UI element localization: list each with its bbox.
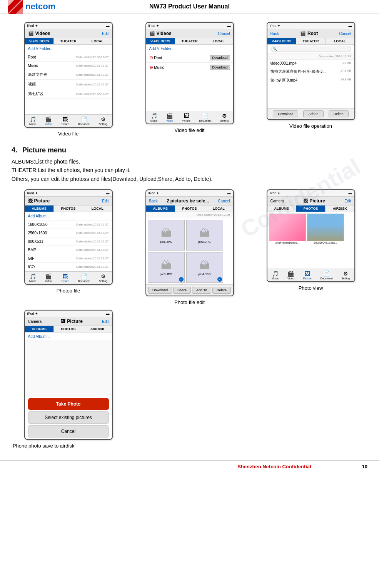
bottom-document-p3[interactable]: 📄Document xyxy=(320,271,332,280)
bottom-setting-p3[interactable]: ⚙Setting xyxy=(341,271,350,280)
video-op-phone: iPod ✦ ▬ Back 🎬 Root Cancel V-FOLDERS TH… xyxy=(267,22,355,120)
bottom-picture-2[interactable]: 🖼Picture xyxy=(182,113,190,122)
nav-edit-btn-p1[interactable]: Edit xyxy=(102,199,109,203)
bottom-document-2[interactable]: 📄Document xyxy=(199,113,211,122)
cancel-btn-cam[interactable]: Cancel xyxy=(28,425,109,438)
nav-cancel-btn-2[interactable]: Cancel xyxy=(218,32,230,36)
search-input-3[interactable] xyxy=(270,46,351,52)
bottom-toolbar-2: 🎵Music 🎬Video 🖼Picture 📄Document ⚙Settin… xyxy=(146,111,233,124)
bottom-picture-p3[interactable]: 🖼Picture xyxy=(303,271,312,280)
tab-albums-p3[interactable]: ALBUMS xyxy=(267,205,297,212)
bottom-video-1[interactable]: 🎬Video xyxy=(45,116,52,125)
bottom-video-2[interactable]: 🎬Video xyxy=(166,113,173,122)
phone-navbar-p2: Back 2 pictures be sele... Cancel xyxy=(146,197,233,205)
tab-vfolders-1[interactable]: V-FOLDERS xyxy=(25,38,54,44)
tab-theater-3[interactable]: THEATER xyxy=(296,38,326,44)
tab-airdisk-cam[interactable]: AIRDISK xyxy=(83,326,112,332)
bottom-music-2[interactable]: 🎵Music xyxy=(150,113,157,122)
tab-local-2[interactable]: LOCAL xyxy=(204,38,233,44)
tab-theater-2[interactable]: THEATER xyxy=(175,38,204,44)
phone-topbar-p2: iPod ✦ ▬ xyxy=(146,190,233,197)
delete-btn-op[interactable]: Delete xyxy=(329,110,349,117)
phone-navbar-p1: 🖼 Picture Edit xyxy=(25,197,112,205)
tab-vfolders-3[interactable]: V-FOLDERS xyxy=(267,38,297,44)
date-header-3: Date added:2012-12-29 xyxy=(267,53,354,60)
bottom-music-p1[interactable]: 🎵Music xyxy=(29,273,36,282)
back-btn-3[interactable]: Back xyxy=(270,32,279,36)
page-title: NW73 Product User Manual xyxy=(149,3,230,10)
add-folder-2[interactable]: Add V-Folder... xyxy=(146,45,233,53)
photo-view-item-1[interactable]: 27a4485381f58b5... xyxy=(269,214,306,244)
bottom-setting-p1[interactable]: ⚙Setting xyxy=(99,273,107,282)
tab-photos-p1[interactable]: PHOTOS xyxy=(54,205,83,212)
download-btn-music[interactable]: Download xyxy=(210,65,230,70)
download-btn-p2[interactable]: Download xyxy=(148,287,172,294)
addto-btn-op[interactable]: Add to xyxy=(303,110,323,117)
add-album-p1[interactable]: Add Album... xyxy=(25,212,112,220)
tab-local-p2[interactable]: LOCAL xyxy=(204,205,233,212)
share-btn-p2[interactable]: Share xyxy=(173,287,191,294)
select-existing-btn[interactable]: Select existing pictures xyxy=(28,411,109,424)
cancel-btn-p2[interactable]: Cancel xyxy=(218,199,230,203)
bottom-music-1[interactable]: 🎵Music xyxy=(29,116,36,125)
logo-area: netcom xyxy=(8,0,55,14)
tab-local-p1[interactable]: LOCAL xyxy=(83,205,112,212)
phone-topbar-p1: iPod ✦ ▬ xyxy=(25,190,112,197)
tab-local-3[interactable]: LOCAL xyxy=(326,38,354,44)
tab-photos-p3[interactable]: PHOTOS xyxy=(296,205,326,212)
nav-edit-btn-1[interactable]: Edit xyxy=(102,32,109,36)
phone-navbar-p3: Camera 🖼 Picture Edit xyxy=(267,197,354,205)
addto-btn-p2[interactable]: Add To xyxy=(192,287,211,294)
edit-btn-p3[interactable]: Edit xyxy=(344,199,351,203)
camera-btn-p3[interactable]: Camera xyxy=(270,199,284,203)
photo-flower[interactable] xyxy=(269,214,306,241)
tab-airdisk-p3[interactable]: AIRDISK xyxy=(326,205,354,212)
photo-thumb-4[interactable]: 🏔 pic4.JPG ✓ xyxy=(186,252,223,283)
tab-local-1[interactable]: LOCAL xyxy=(83,38,112,44)
date-header-p2: Date added::2012-12-29 xyxy=(146,212,233,218)
bottom-setting-1[interactable]: ⚙Setting xyxy=(99,116,107,125)
bottom-video-p1[interactable]: 🎬Video xyxy=(45,273,52,282)
nav-title-cam: 🖼 Picture xyxy=(61,319,83,324)
section-4-heading: 4. Picture menu xyxy=(12,146,367,154)
bottom-document-p1[interactable]: 📄Document xyxy=(78,273,90,282)
camera-phone: iPod ✦ ▬ Camera 🖼 Picture Edit ALBUMS PH… xyxy=(24,310,113,440)
tab-albums-cam[interactable]: ALBUMS xyxy=(25,326,54,332)
list-item: ICO Date added:2012-12-27 xyxy=(25,263,112,271)
bottom-video-p3[interactable]: 🎬Video xyxy=(287,271,294,280)
back-btn-p2[interactable]: Back xyxy=(149,199,158,203)
tab-vfolders-2[interactable]: V-FOLDERS xyxy=(146,38,175,44)
download-btn-op[interactable]: Download xyxy=(273,110,298,117)
add-album-cam[interactable]: Add Album... xyxy=(25,332,112,341)
camera-btn-cam[interactable]: Camera xyxy=(28,319,42,324)
phone-topbar-3: iPod ✦ ▬ xyxy=(267,23,354,29)
bottom-setting-2[interactable]: ⚙Setting xyxy=(220,113,229,122)
photo-thumb-3[interactable]: 🏔 pic3.JPG ✓ xyxy=(148,252,185,283)
edit-btn-cam[interactable]: Edit xyxy=(102,319,109,324)
caption-photo-file: Photoo file xyxy=(57,288,80,294)
add-folder-1[interactable]: Add V-Folder... xyxy=(25,45,112,53)
nav-title-2: 🎬 Videos xyxy=(149,31,172,36)
bottom-document-1[interactable]: 📄Document xyxy=(78,116,90,125)
tab-theater-1[interactable]: THEATER xyxy=(54,38,83,44)
bottom-picture-1[interactable]: 🖼Picture xyxy=(61,116,69,125)
delete-btn-p2[interactable]: Delete xyxy=(212,287,231,294)
video-file-phone: iPod ✦ ▬ 🎬 Videos Edit V-FOLDERS THEATER… xyxy=(24,22,113,128)
bottom-music-p3[interactable]: 🎵Music xyxy=(272,271,279,280)
photo-thumb-2[interactable]: 🏔 pic2.JPG xyxy=(186,220,223,251)
photo-view-item-2[interactable]: 2808500481b39a... xyxy=(307,214,344,244)
take-photo-btn[interactable]: Take Photo xyxy=(28,398,109,410)
photo-mountain[interactable] xyxy=(307,214,344,241)
topbar-icons-1: ▬ xyxy=(106,24,110,28)
download-btn-root[interactable]: Download xyxy=(210,55,230,60)
bottom-picture-p1[interactable]: 🖼Picture xyxy=(61,273,69,282)
tab-photos-p2[interactable]: PHOTOS xyxy=(175,205,204,212)
photo-thumb-1[interactable]: 🏔 pic1.JPG xyxy=(148,220,185,251)
footer-company: Shenzhen Netcom Confidential xyxy=(187,464,362,469)
tab-photos-cam[interactable]: PHOTOS xyxy=(54,326,83,332)
tab-albums-p2[interactable]: ALBUMS xyxy=(146,205,175,212)
tab-albums-p1[interactable]: ALBUMS xyxy=(25,205,54,212)
logo-icon xyxy=(8,0,23,14)
phone-navbar-1: 🎬 Videos Edit xyxy=(25,29,112,38)
cancel-btn-3[interactable]: Cancel xyxy=(339,32,351,36)
